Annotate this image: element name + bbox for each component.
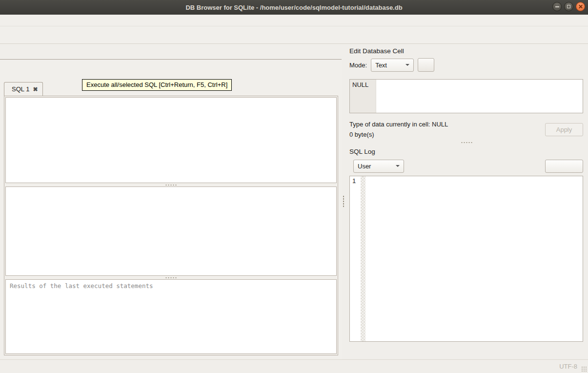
dock-splitter[interactable] — [342, 44, 345, 359]
results-message-pane: Results of the last executed statements — [5, 279, 337, 354]
maximize-button[interactable] — [564, 2, 573, 11]
main-content: SQL 1 ✖ Results of the last executed sta… — [0, 44, 588, 359]
sql-log-title: SQL Log — [349, 148, 375, 155]
sql-log-filter-row: User — [345, 157, 588, 175]
editor-panes-frame: Results of the last executed statements — [4, 96, 338, 355]
sql-log-dock-header: SQL Log — [345, 145, 588, 157]
main-toolbar — [0, 26, 588, 44]
cell-size-info: 0 byte(s) — [349, 129, 448, 140]
edit-cell-title: Edit Database Cell — [349, 47, 404, 55]
minimize-button[interactable] — [552, 2, 562, 11]
float-dock-icon[interactable] — [568, 47, 575, 55]
mode-label: Mode: — [349, 62, 367, 69]
close-dock-icon[interactable] — [577, 147, 585, 155]
sql-log-view[interactable]: 1 — [349, 176, 583, 342]
resize-grip[interactable] — [581, 366, 587, 372]
dock-section-splitter[interactable] — [345, 140, 588, 145]
chevron-down-icon — [396, 165, 400, 167]
sql-tab-label: SQL 1 — [12, 85, 29, 93]
sql-editor-toolbar — [0, 60, 342, 78]
menu-bar — [0, 15, 588, 26]
execute-sql-page: SQL 1 ✖ Results of the last executed sta… — [0, 60, 342, 359]
left-panel: SQL 1 ✖ Results of the last executed sta… — [0, 44, 342, 359]
main-tab-bar — [0, 44, 342, 60]
close-tab-icon[interactable]: ✖ — [33, 86, 38, 93]
right-dock: Edit Database Cell Mode: Text NULL — [345, 44, 588, 359]
edit-cell-dock-header: Edit Database Cell — [345, 45, 588, 57]
cell-mode-row: Mode: Text — [345, 57, 588, 73]
title-bar[interactable]: DB Browser for SQLite - /home/user/code/… — [0, 0, 588, 15]
tooltip: Execute all/selected SQL [Ctrl+Return, F… — [82, 79, 232, 91]
window-controls — [552, 2, 585, 11]
results-grid-pane[interactable] — [5, 186, 337, 276]
sql-file-tab[interactable]: SQL 1 ✖ — [4, 82, 43, 96]
chevron-down-icon — [406, 64, 409, 66]
results-splitter[interactable] — [5, 276, 337, 279]
sql-editor[interactable] — [5, 97, 337, 183]
close-dock-icon[interactable] — [577, 47, 585, 55]
status-bar: UTF-8 — [0, 359, 588, 373]
apply-button[interactable]: Apply — [545, 123, 583, 136]
float-dock-icon[interactable] — [568, 147, 575, 155]
dock-bottom-tab-bar — [345, 342, 588, 357]
log-line-number: 1 — [350, 176, 361, 341]
app-window: DB Browser for SQLite - /home/user/code/… — [0, 0, 588, 373]
close-button[interactable] — [576, 2, 585, 11]
results-placeholder: Results of the last executed statements — [10, 282, 153, 290]
cell-type-info: Type of data currently in cell: NULL — [349, 119, 448, 129]
cell-value-editor[interactable]: NULL — [349, 79, 583, 113]
clear-log-button[interactable] — [545, 160, 583, 173]
editor-splitter[interactable] — [5, 183, 337, 186]
mode-select[interactable]: Text — [371, 59, 414, 72]
submitted-by-select[interactable]: User — [353, 160, 404, 173]
cell-value: NULL — [350, 80, 376, 113]
cell-info-row: Type of data currently in cell: NULL 0 b… — [349, 119, 583, 140]
auto-mode-button[interactable] — [418, 58, 434, 72]
window-title: DB Browser for SQLite - /home/user/code/… — [0, 4, 588, 11]
encoding-indicator: UTF-8 — [559, 363, 577, 370]
